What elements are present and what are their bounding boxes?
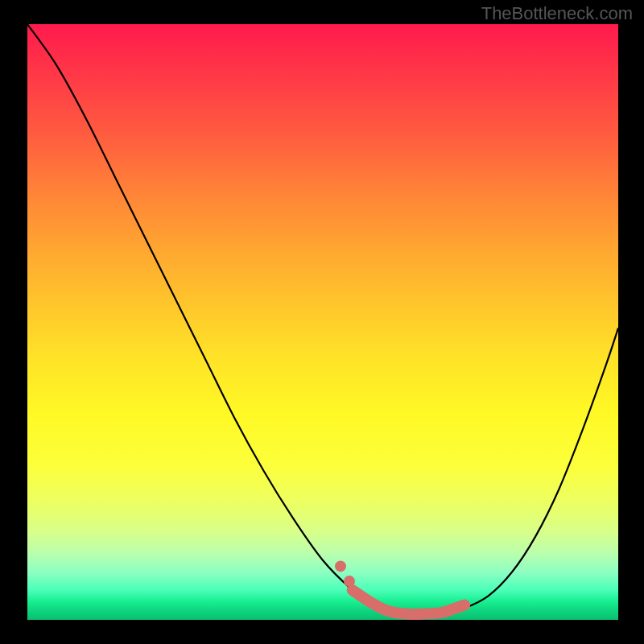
marker-dot — [344, 576, 355, 587]
chart-svg — [27, 24, 618, 620]
watermark-text: TheBottleneck.com — [481, 3, 633, 24]
chart-plot-area — [27, 24, 618, 620]
bottleneck-curve-line — [27, 24, 618, 614]
optimal-zone-marker-line — [353, 590, 465, 614]
optimal-zone-marker-dots — [335, 560, 355, 587]
marker-dot — [335, 560, 346, 572]
